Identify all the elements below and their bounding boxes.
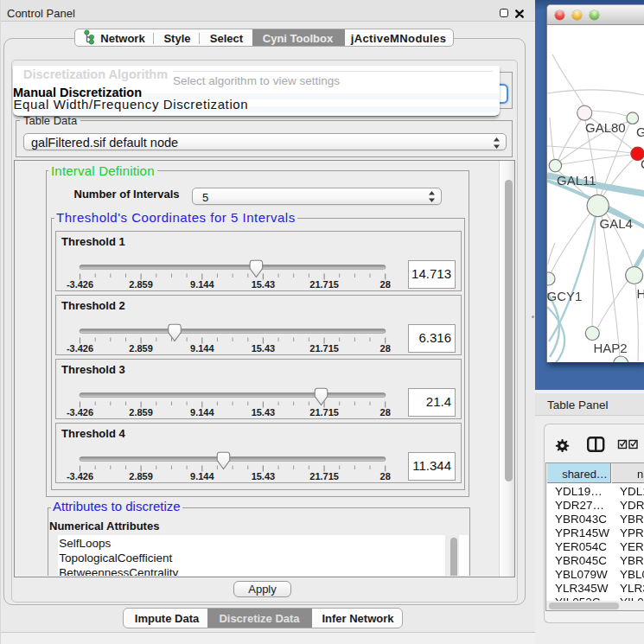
svg-text:GAL4: GAL4 — [600, 216, 633, 231]
svg-text:2.859: 2.859 — [129, 407, 153, 418]
svg-text:-3.426: -3.426 — [67, 407, 93, 418]
svg-text:15.43: 15.43 — [252, 343, 276, 354]
svg-text:-3.426: -3.426 — [67, 343, 93, 354]
svg-text:28: 28 — [380, 279, 391, 290]
svg-text:2.859: 2.859 — [129, 343, 153, 354]
svg-text:9.144: 9.144 — [190, 343, 214, 354]
svg-text:C: C — [641, 156, 644, 171]
svg-text:GCY1: GCY1 — [547, 289, 582, 303]
svg-text:HAP2: HAP2 — [594, 341, 628, 355]
svg-text:15.43: 15.43 — [252, 279, 276, 290]
svg-text:-3.426: -3.426 — [67, 279, 93, 290]
svg-text:9.144: 9.144 — [190, 407, 214, 418]
svg-text:GAL80: GAL80 — [585, 120, 626, 135]
svg-text:9.144: 9.144 — [190, 471, 214, 481]
svg-text:15.43: 15.43 — [252, 471, 276, 481]
svg-text:21.715: 21.715 — [309, 471, 339, 481]
svg-text:21.715: 21.715 — [309, 407, 339, 418]
svg-text:H: H — [637, 286, 644, 301]
svg-text:28: 28 — [380, 471, 391, 481]
svg-text:GAL11: GAL11 — [557, 173, 596, 188]
svg-text:2.859: 2.859 — [129, 471, 153, 481]
svg-text:15.43: 15.43 — [252, 407, 276, 418]
svg-text:21.715: 21.715 — [309, 343, 339, 354]
svg-text:21.715: 21.715 — [309, 279, 339, 290]
svg-text:GA: GA — [636, 124, 644, 139]
svg-text:-3.426: -3.426 — [67, 471, 93, 481]
svg-text:28: 28 — [380, 343, 391, 354]
svg-text:9.144: 9.144 — [190, 279, 214, 290]
svg-text:2.859: 2.859 — [129, 279, 153, 290]
svg-text:28: 28 — [380, 407, 391, 418]
